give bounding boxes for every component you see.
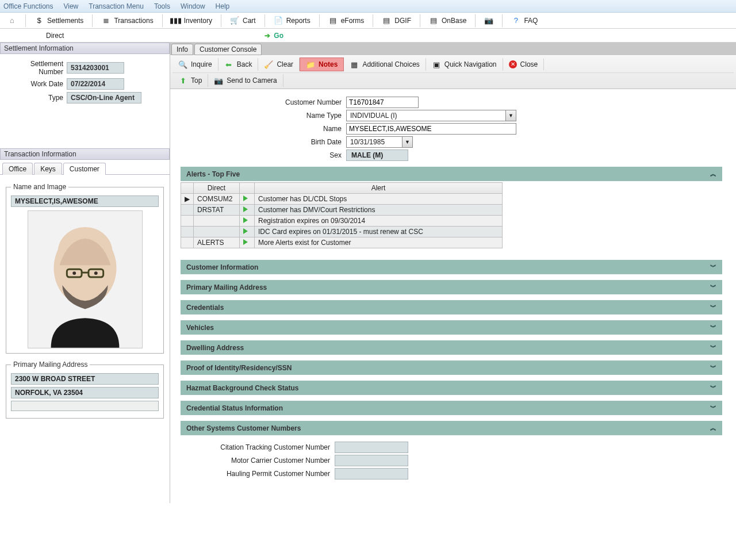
arrow-icon[interactable] bbox=[240, 237, 255, 248]
menubar: Office Functions View Transaction Menu T… bbox=[0, 0, 736, 13]
reports-button[interactable]: 📄Reports bbox=[269, 14, 316, 28]
cart-button[interactable]: 🛒Cart bbox=[225, 14, 261, 28]
action-bar: 🔍Inquire ⬅Back 🧹Clear 📁Notes ▦Additional… bbox=[170, 55, 736, 89]
section-header[interactable]: Hazmat Background Check Status︾ bbox=[181, 381, 722, 395]
section-header[interactable]: Credentials︾ bbox=[181, 300, 722, 314]
back-label: Back bbox=[237, 60, 252, 68]
section-title: Proof of Identity/Residency/SSN bbox=[186, 364, 292, 372]
close-button[interactable]: ✕Close bbox=[503, 59, 545, 70]
onbase-button[interactable]: ▤OnBase bbox=[424, 14, 471, 28]
tab-customer-console[interactable]: Customer Console bbox=[194, 44, 262, 55]
home-button[interactable]: ⌂ bbox=[2, 14, 22, 28]
clear-button[interactable]: 🧹Clear bbox=[258, 58, 300, 71]
scroll-area[interactable]: Customer Number Name Type INDIVIDUAL (I)… bbox=[170, 89, 736, 503]
other-sys-field[interactable] bbox=[335, 455, 408, 466]
row-marker: ▶ bbox=[181, 194, 194, 205]
alerts-row[interactable]: ▶COMSUM2Customer has DL/CDL Stops bbox=[181, 194, 503, 205]
alerts-row[interactable]: DRSTATCustomer has DMV/Court Restriction… bbox=[181, 205, 503, 216]
address-line-3 bbox=[11, 401, 159, 411]
expand-icon: ︾ bbox=[710, 283, 716, 291]
inquire-label: Inquire bbox=[191, 60, 212, 68]
form-icon: ▤ bbox=[328, 16, 338, 25]
name-type-select[interactable]: INDIVIDUAL (I)▼ bbox=[346, 110, 516, 121]
alerts-row[interactable]: IDC Card expires on 01/31/2015 - must re… bbox=[181, 227, 503, 237]
notes-button[interactable]: 📁Notes bbox=[300, 57, 344, 71]
barcode-icon: ▮▮▮ bbox=[171, 16, 181, 25]
birth-date-label: Birth Date bbox=[284, 138, 342, 146]
other-sys-field[interactable] bbox=[335, 468, 408, 480]
settlements-button[interactable]: $Settlements bbox=[29, 14, 89, 28]
right-tabs: Info Customer Console bbox=[170, 43, 736, 55]
dgif-button[interactable]: ▤DGIF bbox=[377, 14, 416, 28]
sex-value: MALE (M) bbox=[346, 149, 408, 161]
section-header[interactable]: Primary Mailing Address︾ bbox=[181, 280, 722, 294]
send-to-camera-label: Send to Camera bbox=[227, 76, 277, 85]
section-header[interactable]: Proof of Identity/Residency/SSN︾ bbox=[181, 360, 722, 375]
alerts-col-arrow bbox=[240, 183, 255, 194]
alerts-col-direct: Direct bbox=[194, 183, 240, 194]
arrow-icon[interactable] bbox=[240, 216, 255, 227]
row-direct bbox=[194, 227, 240, 237]
doc-icon: ▤ bbox=[382, 16, 391, 25]
other-sys-label: Motor Carrier Customer Number bbox=[181, 457, 330, 465]
section-title: Hazmat Background Check Status bbox=[186, 384, 298, 392]
section-header[interactable]: Dwelling Address︾ bbox=[181, 340, 722, 355]
alerts-row[interactable]: Registration expires on 09/30/2014 bbox=[181, 216, 503, 227]
menu-help[interactable]: Help bbox=[216, 2, 230, 10]
nav-icon: ▣ bbox=[432, 60, 441, 69]
top-button[interactable]: ⬆Top bbox=[172, 74, 208, 87]
additional-choices-button[interactable]: ▦Additional Choices bbox=[344, 58, 425, 71]
inventory-button[interactable]: ▮▮▮Inventory bbox=[166, 14, 217, 28]
other-sys-field[interactable] bbox=[335, 442, 408, 453]
birth-date-input[interactable]: 10/31/1985▼ bbox=[346, 136, 413, 148]
eforms-label: eForms bbox=[341, 17, 365, 25]
quick-navigation-button[interactable]: ▣Quick Navigation bbox=[426, 58, 503, 71]
camera-button[interactable]: 📷 bbox=[479, 14, 499, 28]
section-header[interactable]: Credential Status Information︾ bbox=[181, 401, 722, 415]
chevron-down-icon: ▼ bbox=[505, 110, 516, 121]
folder-icon: 📁 bbox=[306, 60, 315, 69]
tab-office[interactable]: Office bbox=[2, 163, 33, 175]
section-header[interactable]: Customer Information︾ bbox=[181, 260, 722, 274]
row-marker bbox=[181, 205, 194, 216]
menu-office-functions[interactable]: Office Functions bbox=[3, 2, 53, 10]
address-line-2: NORFOLK, VA 23504 bbox=[11, 387, 159, 398]
section-title: Vehicles bbox=[186, 324, 214, 332]
menu-transaction-menu[interactable]: Transaction Menu bbox=[89, 2, 144, 10]
customer-number-input[interactable] bbox=[346, 97, 419, 108]
tab-customer[interactable]: Customer bbox=[63, 163, 106, 175]
tab-keys[interactable]: Keys bbox=[34, 163, 62, 175]
arrow-icon[interactable] bbox=[240, 227, 255, 237]
row-direct: ALERTS bbox=[194, 237, 240, 248]
inquire-button[interactable]: 🔍Inquire bbox=[172, 58, 218, 71]
mailing-fieldset: Primary Mailing Address 2300 W BROAD STR… bbox=[6, 360, 164, 419]
alerts-col-marker bbox=[181, 183, 194, 194]
section-header[interactable]: Vehicles︾ bbox=[181, 320, 722, 335]
direct-label: Direct bbox=[46, 32, 64, 40]
menu-window[interactable]: Window bbox=[181, 2, 205, 10]
arrow-right-icon: ➔ bbox=[264, 32, 270, 40]
transactions-button[interactable]: ≣Transactions bbox=[96, 14, 158, 28]
faq-button[interactable]: ?FAQ bbox=[506, 14, 543, 28]
tab-info[interactable]: Info bbox=[171, 44, 193, 55]
arrow-icon[interactable] bbox=[240, 205, 255, 216]
row-alert: Customer has DL/CDL Stops bbox=[255, 194, 503, 205]
arrow-icon[interactable] bbox=[240, 194, 255, 205]
dgif-label: DGIF bbox=[394, 17, 411, 25]
name-input[interactable] bbox=[346, 123, 516, 135]
alerts-row[interactable]: ALERTSMore Alerts exist for Customer bbox=[181, 237, 503, 248]
menu-tools[interactable]: Tools bbox=[154, 2, 170, 10]
alerts-title: Alerts - Top Five bbox=[186, 170, 240, 178]
transaction-tabs: Office Keys Customer bbox=[0, 162, 170, 175]
other-sys-label: Hauling Permit Customer Number bbox=[181, 470, 330, 478]
go-button[interactable]: ➔ Go bbox=[259, 29, 289, 43]
back-button[interactable]: ⬅Back bbox=[218, 58, 259, 71]
eforms-button[interactable]: ▤eForms bbox=[323, 14, 370, 28]
send-to-camera-button[interactable]: 📷Send to Camera bbox=[208, 74, 283, 87]
other-systems-header[interactable]: Other Systems Customer Numbers ︽ bbox=[181, 421, 722, 435]
birth-date-value: 10/31/1985 bbox=[347, 138, 402, 146]
collapse-icon: ︽ bbox=[710, 424, 716, 432]
section-title: Credentials bbox=[186, 304, 224, 312]
alerts-header[interactable]: Alerts - Top Five ︽ bbox=[181, 167, 722, 181]
menu-view[interactable]: View bbox=[63, 2, 78, 10]
